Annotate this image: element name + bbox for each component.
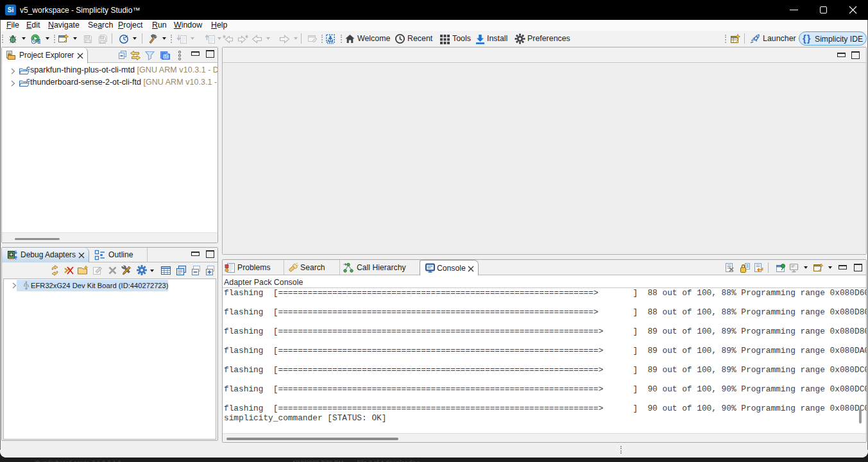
svg-text:Si: Si bbox=[164, 55, 168, 58]
